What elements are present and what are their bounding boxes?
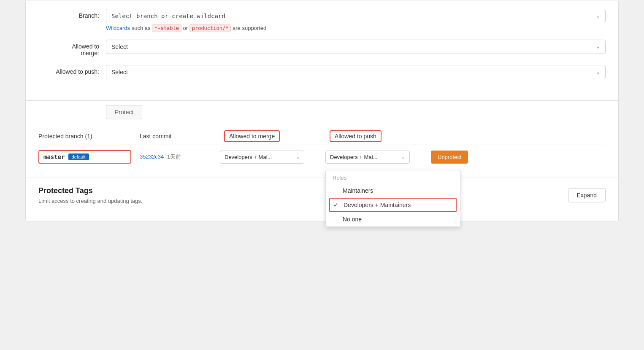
branch-select-text: Select branch or create wildcard [111,13,225,19]
table-section: Protected branch (1) Last commit Allowed… [26,128,618,178]
developers-maintainers-check-icon: ✓ [333,202,340,208]
roles-maintainers-item[interactable]: Maintainers [326,183,460,198]
allowed-push-select-text: Select [111,69,128,75]
branch-label: Branch: [38,9,106,19]
form-section: Branch: Select branch or create wildcard… [26,0,618,101]
branch-row: Branch: Select branch or create wildcard… [38,9,606,31]
no-one-check-icon [333,216,339,223]
maintainers-label: Maintainers [343,187,373,194]
roles-no-one-item[interactable]: No one [326,212,460,226]
commit-cell: 35232c34 1天前 [135,153,220,161]
roles-developers-maintainers-item[interactable]: ✓ Developers + Maintainers [329,198,457,212]
allowed-merge-row: Allowed to merge: Select ⌄ [38,40,606,57]
commit-hash-link[interactable]: 35232c34 [140,153,164,160]
push-dropdown-chevron-icon: ⌄ [401,154,405,160]
branch-cell-outer: master default [38,150,135,164]
branch-cell: master default [38,150,131,164]
col-push-label: Allowed to push [330,130,382,142]
no-one-label: No one [343,216,362,223]
allowed-merge-control-wrap: Select ⌄ [106,40,606,54]
commit-time: 1天前 [167,153,181,160]
wildcards-hint: Wildcards such as *-stable or production… [106,25,606,31]
roles-section-label: Roles [326,170,460,183]
protected-tags-subtitle: Limit access to creating and updating ta… [38,198,142,204]
col-header-branch: Protected branch (1) [38,133,140,140]
allowed-merge-chevron-icon: ⌄ [596,44,600,50]
col-header-commit: Last commit [140,133,224,140]
hint-after: are supported [231,25,266,31]
allowed-push-row: Allowed to push: Select ⌄ [38,65,606,79]
developers-maintainers-label: Developers + Maintainers [344,202,411,208]
merge-cell: Developers + Mai... ⌄ [220,151,325,164]
col-header-push: Allowed to push [330,133,435,140]
protected-tags-title: Protected Tags [38,186,142,195]
wildcard-example1: *-stable [152,24,181,32]
tags-content: Protected Tags Limit access to creating … [38,186,142,204]
page-wrapper: Branch: Select branch or create wildcard… [0,0,644,350]
allowed-merge-select-text: Select [111,43,128,50]
branch-control-wrap: Select branch or create wildcard ⌄ Wildc… [106,9,606,31]
table-header: Protected branch (1) Last commit Allowed… [38,128,606,145]
allowed-push-control-wrap: Select ⌄ [106,65,606,79]
protect-btn-wrap: Protect [26,101,618,128]
merge-dropdown-value: Developers + Mai... [225,154,272,160]
push-dropdown-value: Developers + Mai... [330,154,377,160]
protect-button[interactable]: Protect [106,105,142,119]
allowed-push-select[interactable]: Select ⌄ [106,65,606,79]
main-container: Branch: Select branch or create wildcard… [25,0,619,221]
allowed-merge-label: Allowed to merge: [38,40,106,57]
col-header-merge: Allowed to merge [224,133,330,140]
hint-before: such as [130,25,152,31]
bottom-bar [26,213,618,221]
allowed-push-label: Allowed to push: [38,65,106,75]
default-badge: default [68,153,89,160]
merge-dropdown[interactable]: Developers + Mai... ⌄ [220,151,304,164]
col-merge-label: Allowed to merge [224,130,280,142]
wildcards-link[interactable]: Wildcards [106,25,130,31]
branch-chevron-icon: ⌄ [596,13,600,19]
unprotect-button[interactable]: Unprotect [431,151,468,164]
action-cell: Unprotect [431,151,606,164]
branch-select[interactable]: Select branch or create wildcard ⌄ [106,9,606,23]
push-dropdown-popup: Roles Maintainers ✓ Developers + Maintai… [325,170,460,227]
hint-or: or [181,25,189,31]
branch-name: master [43,153,65,160]
merge-dropdown-chevron-icon: ⌄ [296,154,300,160]
push-cell: Developers + Mai... ⌄ Roles Maintainers … [325,151,431,164]
allowed-push-chevron-icon: ⌄ [596,69,600,75]
wildcard-example2: production/* [189,24,231,32]
push-dropdown[interactable]: Developers + Mai... ⌄ [325,151,410,164]
maintainers-check-icon [333,187,339,194]
table-row: master default 35232c34 1天前 Developers +… [38,145,606,169]
expand-button[interactable]: Expand [568,188,606,202]
allowed-merge-select[interactable]: Select ⌄ [106,40,606,54]
tags-section: Protected Tags Limit access to creating … [26,178,618,213]
